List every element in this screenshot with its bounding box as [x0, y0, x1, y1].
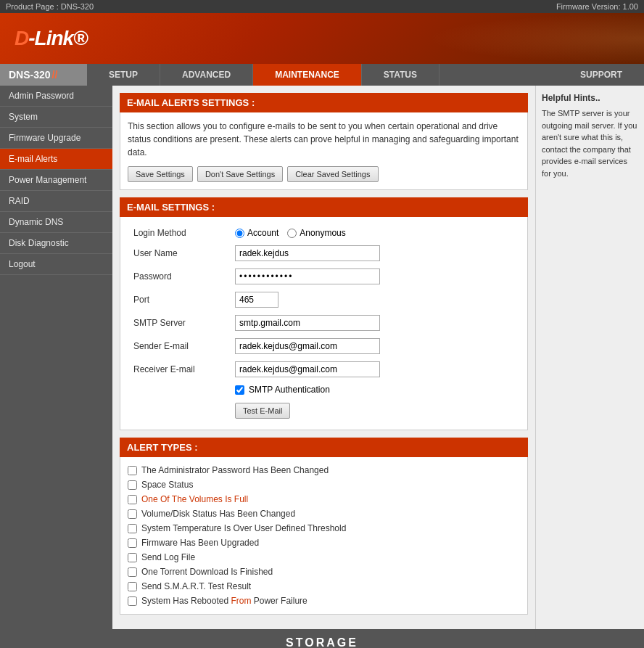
username-row: User Name [128, 242, 520, 265]
settings-button-row: Save Settings Don't Save Settings Clear … [128, 166, 520, 182]
sidebar-item-system[interactable]: System [0, 107, 112, 128]
email-alerts-header: E-MAIL ALERTS SETTINGS : [120, 93, 528, 112]
alert-label-5: Firmware Has Been Upgraded [141, 538, 259, 548]
sender-email-label: Sender E-mail [128, 335, 229, 358]
hints-title: Helpful Hints.. [542, 93, 638, 103]
smtp-server-label: SMTP Server [128, 311, 229, 335]
login-method-label: Login Method [128, 224, 229, 242]
port-input[interactable] [235, 292, 278, 308]
alert-checkbox-3[interactable] [128, 509, 137, 519]
login-method-radio-group: Account Anonymous [235, 228, 514, 238]
alert-item-1: Space Status [128, 477, 520, 492]
tab-support[interactable]: SUPPORT [558, 64, 644, 86]
tab-maintenance[interactable]: MAINTENANCE [253, 64, 362, 86]
receiver-email-label: Receiver E-mail [128, 358, 229, 381]
top-bar: Product Page : DNS-320 Firmware Version:… [0, 0, 644, 13]
email-settings-table: Login Method Account Anonymous [128, 224, 520, 422]
sidebar-item-raid[interactable]: RAID [0, 191, 112, 212]
login-method-row: Login Method Account Anonymous [128, 224, 520, 242]
storage-bar: STORAGE [0, 629, 644, 648]
save-settings-button[interactable]: Save Settings [128, 166, 193, 182]
alert-checkbox-2[interactable] [128, 495, 137, 504]
sidebar-item-logout[interactable]: Logout [0, 254, 112, 275]
alert-checkbox-8[interactable] [128, 582, 137, 591]
clear-saved-settings-button[interactable]: Clear Saved Settings [287, 166, 378, 182]
smtp-server-row: SMTP Server [128, 311, 520, 335]
alert-checkbox-7[interactable] [128, 567, 137, 577]
test-email-button[interactable]: Test E-Mail [235, 403, 290, 419]
password-label: Password [128, 265, 229, 288]
firmware-label: Firmware Version: 1.00 [556, 2, 638, 11]
username-input[interactable] [235, 245, 380, 261]
alert-item-3: Volume/Disk Status Has Been Changed [128, 506, 520, 521]
logo-prefix: D [15, 27, 28, 49]
alert-label-7: One Torrent Download Is Finished [141, 567, 273, 577]
alert-label-3: Volume/Disk Status Has Been Changed [141, 509, 295, 519]
alert-item-4: System Temperature Is Over User Defined … [128, 521, 520, 536]
port-label: Port [128, 288, 229, 311]
alert-label-2: One Of The Volumes Is Full [141, 494, 248, 504]
email-alerts-section: E-MAIL ALERTS SETTINGS : This section al… [120, 93, 528, 190]
tab-status[interactable]: STATUS [362, 64, 439, 86]
alert-types-section: ALERT TYPES : The Administrator Password… [120, 438, 528, 615]
alert-checkbox-1[interactable] [128, 480, 137, 490]
dont-save-settings-button[interactable]: Don't Save Settings [197, 166, 283, 182]
email-alerts-body: This section allows you to configure e-m… [120, 112, 528, 190]
alert-label-4: System Temperature Is Over User Defined … [141, 523, 346, 533]
sidebar: Admin Password System Firmware Upgrade E… [0, 86, 112, 629]
tab-advanced[interactable]: ADVANCED [160, 64, 253, 86]
main-layout: Admin Password System Firmware Upgrade E… [0, 86, 644, 629]
sender-email-input[interactable] [235, 338, 380, 354]
alert-item-0: The Administrator Password Has Been Chan… [128, 463, 520, 477]
alert-label-1: Space Status [141, 480, 193, 490]
sender-email-row: Sender E-mail [128, 335, 520, 358]
alert-label-6: Send Log File [141, 552, 195, 562]
radio-anonymous[interactable] [287, 229, 297, 238]
sidebar-item-firmware-upgrade[interactable]: Firmware Upgrade [0, 128, 112, 149]
port-row: Port [128, 288, 520, 311]
nav-brand: DNS-320// [0, 64, 87, 86]
receiver-email-row: Receiver E-mail [128, 358, 520, 381]
email-settings-body: Login Method Account Anonymous [120, 217, 528, 430]
alert-checkbox-5[interactable] [128, 538, 137, 548]
hints-panel: Helpful Hints.. The SMTP server is your … [535, 86, 644, 629]
email-alerts-description: This section allows you to configure e-m… [128, 120, 520, 159]
alert-checkbox-6[interactable] [128, 553, 137, 562]
alert-item-6: Send Log File [128, 550, 520, 565]
alert-checkbox-9[interactable] [128, 596, 137, 606]
dlink-logo: D-Link® [15, 27, 88, 50]
alert-checkbox-4[interactable] [128, 524, 137, 533]
sidebar-item-power-management[interactable]: Power Management [0, 170, 112, 191]
receiver-email-input[interactable] [235, 361, 380, 377]
sidebar-item-email-alerts[interactable]: E-mail Alerts [0, 149, 112, 170]
smtp-auth-label: SMTP Authentication [249, 385, 330, 395]
tab-setup[interactable]: SETUP [87, 64, 160, 86]
radio-account-label[interactable]: Account [235, 228, 278, 238]
alert-label-9: System Has Rebooted From Power Failure [141, 596, 307, 606]
alert-label-0: The Administrator Password Has Been Chan… [141, 465, 329, 475]
sidebar-item-dynamic-dns[interactable]: Dynamic DNS [0, 212, 112, 233]
header: D-Link® [0, 13, 644, 64]
email-settings-section: E-MAIL SETTINGS : Login Method Account [120, 197, 528, 430]
username-label: User Name [128, 242, 229, 265]
password-input[interactable] [235, 268, 380, 284]
alert-types-header: ALERT TYPES : [120, 438, 528, 457]
smtp-auth-row: SMTP Authentication [128, 381, 520, 399]
alert-item-2: One Of The Volumes Is Full [128, 492, 520, 506]
sidebar-item-disk-diagnostic[interactable]: Disk Diagnostic [0, 233, 112, 254]
content-area: E-MAIL ALERTS SETTINGS : This section al… [112, 86, 535, 629]
test-email-row: Test E-Mail [128, 399, 520, 422]
password-row: Password [128, 265, 520, 288]
radio-anonymous-label[interactable]: Anonymous [287, 228, 345, 238]
alert-label-8: Send S.M.A.R.T. Test Result [141, 581, 251, 591]
alert-item-8: Send S.M.A.R.T. Test Result [128, 579, 520, 594]
radio-account[interactable] [235, 229, 244, 238]
sidebar-item-admin-password[interactable]: Admin Password [0, 86, 112, 107]
smtp-auth-checkbox[interactable] [235, 385, 244, 395]
alert-item-9: System Has Rebooted From Power Failure [128, 594, 520, 608]
alert-checkbox-0[interactable] [128, 466, 137, 475]
alert-types-body: The Administrator Password Has Been Chan… [120, 457, 528, 615]
nav-tabs: DNS-320// SETUP ADVANCED MAINTENANCE STA… [0, 64, 644, 86]
smtp-server-input[interactable] [235, 315, 380, 331]
alert-item-7: One Torrent Download Is Finished [128, 565, 520, 579]
